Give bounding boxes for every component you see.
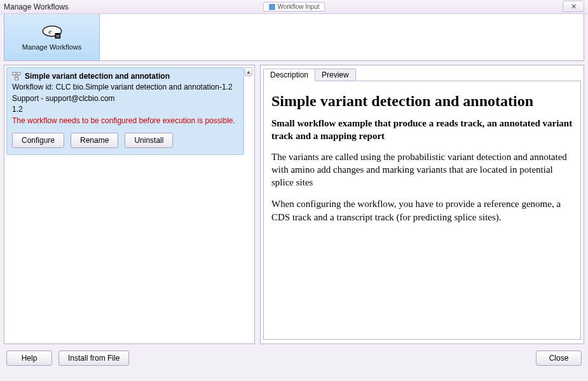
- manage-workflows-icon: e m: [38, 24, 66, 42]
- workflow-icon: [12, 72, 21, 81]
- workflow-id-line: Workflow id: CLC bio.Simple variant dete…: [12, 82, 238, 92]
- workflow-card[interactable]: Simple variant detection and annotation …: [6, 67, 244, 155]
- description-subheading: Small workflow example that produce a re…: [271, 117, 573, 143]
- tab-body-description: Simple variant detection and annotation …: [263, 81, 581, 340]
- bottom-right-buttons: Close: [536, 351, 582, 366]
- window-title: Manage Workflows: [4, 3, 69, 11]
- main-area: ▲ Simple variant detection and annotatio…: [4, 65, 584, 344]
- toolbar: e m Manage Workflows: [4, 14, 584, 61]
- install-from-file-button[interactable]: Install from File: [58, 351, 129, 366]
- workflow-title-row: Simple variant detection and annotation: [12, 72, 238, 81]
- svg-text:m: m: [56, 33, 60, 37]
- titlebar-pill-label: Workflow Input: [278, 3, 320, 10]
- tab-description[interactable]: Description: [263, 69, 315, 81]
- description-para-1: The variants are called using the probab…: [271, 150, 573, 189]
- window-close-button[interactable]: ✕: [563, 1, 584, 12]
- scroll-up-button[interactable]: ▲: [245, 67, 252, 76]
- workflow-warning: The workflow needs to be configured befo…: [12, 116, 238, 126]
- toolbar-tile-label: Manage Workflows: [22, 43, 81, 51]
- chevron-up-icon: ▲: [246, 69, 251, 75]
- svg-rect-5: [13, 72, 16, 75]
- workflow-title: Simple variant detection and annotation: [25, 72, 170, 81]
- svg-rect-6: [17, 72, 20, 75]
- close-icon: ✕: [571, 3, 577, 11]
- bottom-bar: Help Install from File Close: [4, 351, 584, 366]
- configure-button[interactable]: Configure: [12, 133, 64, 148]
- workflow-buttons: Configure Rename Uninstall: [12, 133, 238, 148]
- workflow-list-panel: ▲ Simple variant detection and annotatio…: [4, 65, 255, 344]
- svg-text:e: e: [48, 27, 51, 35]
- titlebar: Manage Workflows Workflow Input ✕: [0, 0, 588, 14]
- toolbar-tile-manage-workflows[interactable]: e m Manage Workflows: [4, 14, 100, 60]
- workflow-support-line: Support - support@clcbio.com: [12, 93, 238, 104]
- workflow-version: 1.2: [12, 105, 238, 114]
- tab-strip: Description Preview: [263, 68, 581, 81]
- details-panel: Description Preview Simple variant detec…: [260, 65, 584, 344]
- uninstall-button[interactable]: Uninstall: [125, 133, 173, 148]
- rename-button[interactable]: Rename: [71, 133, 118, 148]
- tab-preview[interactable]: Preview: [315, 69, 356, 81]
- description-heading: Simple variant detection and annotation: [271, 91, 573, 110]
- help-button[interactable]: Help: [6, 351, 52, 366]
- window-body: e m Manage Workflows ▲ Simple: [0, 14, 588, 370]
- titlebar-pill: Workflow Input: [263, 2, 325, 11]
- workflow-pill-icon: [269, 4, 275, 10]
- description-para-2: When configuring the workflow, you have …: [271, 197, 573, 224]
- bottom-left-buttons: Help Install from File: [6, 351, 129, 366]
- close-button[interactable]: Close: [536, 351, 582, 366]
- svg-rect-7: [15, 77, 18, 80]
- svg-rect-0: [270, 4, 275, 10]
